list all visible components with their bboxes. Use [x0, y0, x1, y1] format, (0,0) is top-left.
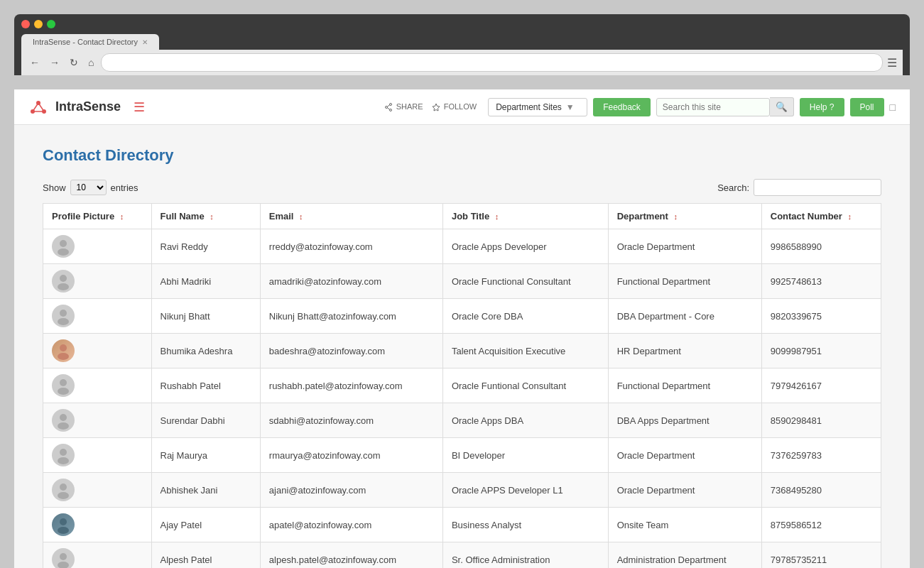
svg-point-17 — [58, 318, 69, 325]
avatar — [52, 339, 75, 362]
sort-icon-dept: ↕ — [674, 212, 678, 221]
dept-cell: Oracle Department — [608, 473, 761, 508]
svg-marker-11 — [433, 104, 440, 111]
dept-cell: Oracle Department — [608, 438, 761, 473]
col-header-email[interactable]: Email ↕ — [260, 204, 442, 229]
svg-point-21 — [58, 388, 69, 395]
avatar — [52, 235, 75, 258]
show-entries-control: Show 10 25 50 100 entries — [43, 180, 138, 195]
svg-point-23 — [58, 422, 69, 430]
col-header-name[interactable]: Full Name ↕ — [151, 204, 260, 229]
svg-point-25 — [58, 457, 69, 464]
col-header-title[interactable]: Job Title ↕ — [442, 204, 608, 229]
col-header-profile[interactable]: Profile Picture ↕ — [43, 204, 152, 229]
contact-cell: 8759586512 — [761, 508, 881, 542]
sort-icon-email: ↕ — [299, 212, 303, 221]
sort-icon-title: ↕ — [495, 212, 499, 221]
top-navigation: IntraSense ☰ SHARE FOLLOW Department Sit… — [14, 89, 910, 125]
email-cell: rushabh.patel@atozinfoway.com — [260, 368, 442, 403]
contact-cell: 7368495280 — [761, 473, 881, 508]
contact-cell: 79785735211 — [761, 542, 881, 569]
title-cell: Oracle Apps Developer — [442, 229, 608, 264]
reload-button[interactable]: ↻ — [67, 55, 81, 70]
home-button[interactable]: ⌂ — [85, 55, 97, 70]
svg-point-28 — [60, 518, 67, 525]
email-cell: sdabhi@atozinfoway.com — [260, 403, 442, 438]
fullscreen-icon[interactable]: □ — [890, 102, 896, 113]
contact-cell: 8590298481 — [761, 403, 881, 438]
entries-per-page-select[interactable]: 10 25 50 100 — [70, 180, 107, 195]
content-area: Contact Directory Show 10 25 50 100 entr… — [14, 125, 910, 568]
svg-point-15 — [58, 283, 69, 290]
svg-point-14 — [60, 275, 67, 282]
email-cell: badeshra@atozinfoway.com — [260, 334, 442, 368]
col-header-dept[interactable]: Department ↕ — [608, 204, 761, 229]
back-button[interactable]: ← — [27, 55, 43, 70]
dept-cell: Functional Department — [608, 264, 761, 299]
share-link[interactable]: SHARE — [384, 102, 423, 111]
avatar — [52, 305, 75, 327]
avatar-cell — [43, 299, 152, 334]
help-button[interactable]: Help ? — [800, 98, 844, 116]
contact-table: Profile Picture ↕ Full Name ↕ Email ↕ Jo… — [43, 203, 881, 568]
svg-point-22 — [60, 414, 67, 421]
email-cell: rmaurya@atozinfoway.com — [260, 438, 442, 473]
avatar — [52, 513, 75, 536]
avatar-cell — [43, 473, 152, 508]
name-cell: Alpesh Patel — [151, 542, 260, 569]
tab-close-icon[interactable]: ✕ — [142, 38, 148, 46]
logo-icon — [28, 97, 48, 117]
contact-cell: 9099987951 — [761, 334, 881, 368]
nav-right: SHARE FOLLOW Department Sites ▼ Feedback… — [384, 97, 896, 116]
title-cell: Oracle Core DBA — [442, 299, 608, 334]
dept-cell: Oracle Department — [608, 229, 761, 264]
poll-button[interactable]: Poll — [850, 98, 884, 116]
contact-cell: 9820339675 — [761, 299, 881, 334]
follow-link[interactable]: FOLLOW — [432, 102, 477, 111]
contact-cell: 9925748613 — [761, 264, 881, 299]
svg-point-20 — [60, 379, 67, 386]
dept-cell: Administration Department — [608, 542, 761, 569]
name-cell: Bhumika Adeshra — [151, 334, 260, 368]
svg-point-26 — [60, 484, 67, 491]
table-row: Surendar Dabhisdabhi@atozinfoway.comOrac… — [43, 403, 881, 438]
browser-tab[interactable]: IntraSense - Contact Directory ✕ — [21, 34, 159, 50]
table-search-input[interactable] — [754, 179, 881, 196]
tab-label: IntraSense - Contact Directory — [33, 38, 138, 46]
site-search-input[interactable] — [656, 98, 770, 116]
svg-point-12 — [60, 240, 67, 247]
email-cell: ajani@atozinfoway.com — [260, 473, 442, 508]
sort-icon-profile: ↕ — [120, 212, 124, 221]
sort-icon-contact: ↕ — [847, 212, 852, 221]
hamburger-icon[interactable]: ☰ — [134, 99, 145, 115]
avatar-cell — [43, 264, 152, 299]
svg-point-18 — [60, 344, 67, 351]
minimize-button[interactable] — [34, 20, 43, 28]
col-header-contact[interactable]: Contact Number ↕ — [761, 204, 881, 229]
avatar-cell — [43, 403, 152, 438]
title-cell: Oracle APPS Developer L1 — [442, 473, 608, 508]
feedback-button[interactable]: Feedback — [593, 98, 651, 116]
logo-area: IntraSense ☰ — [28, 97, 145, 117]
site-search-button[interactable]: 🔍 — [770, 97, 794, 116]
svg-point-16 — [60, 310, 67, 317]
address-bar[interactable] — [101, 53, 883, 72]
maximize-button[interactable] — [47, 20, 55, 28]
email-cell: amadriki@atozinfoway.com — [260, 264, 442, 299]
avatar — [52, 270, 75, 293]
forward-button[interactable]: → — [47, 55, 62, 70]
title-cell: Oracle Functional Consultant — [442, 264, 608, 299]
title-cell: BI Developer — [442, 438, 608, 473]
department-dropdown[interactable]: Department Sites ▼ — [488, 98, 587, 116]
name-cell: Ajay Patel — [151, 508, 260, 542]
browser-menu-button[interactable]: ☰ — [887, 56, 897, 70]
close-button[interactable] — [21, 20, 30, 28]
title-cell: Oracle Funtional Consultant — [442, 368, 608, 403]
email-cell: rreddy@atozinfoway.com — [260, 229, 442, 264]
avatar — [52, 409, 75, 432]
dept-cell: Functional Department — [608, 368, 761, 403]
table-controls: Show 10 25 50 100 entries Search: — [43, 179, 881, 196]
avatar — [52, 548, 75, 568]
svg-line-10 — [387, 108, 389, 110]
avatar-cell — [43, 438, 152, 473]
